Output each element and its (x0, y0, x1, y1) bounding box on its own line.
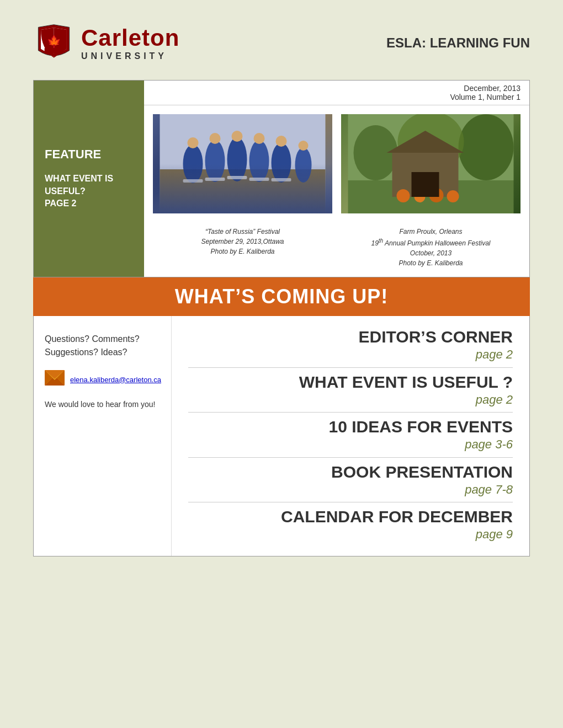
svg-point-10 (249, 140, 269, 182)
toc-title-2: WHAT EVENT IS USEFUL ? (188, 372, 513, 392)
svg-point-13 (276, 136, 287, 147)
page-header: 🍁 Carleton UNIVERSITY ESLA: LEARNING FUN (33, 22, 530, 63)
toc-title-1: EDITOR’S CORNER (188, 327, 513, 347)
toc-item-5: CALENDAR FOR DECEMBER page 9 (188, 507, 513, 543)
svg-point-28 (397, 189, 410, 202)
svg-rect-3 (160, 169, 326, 213)
caption-left: “Taste of Russia” Festival September 29,… (153, 227, 332, 268)
svg-rect-16 (183, 179, 203, 183)
carleton-shield-icon: 🍁 (33, 22, 75, 63)
logo-name: Carleton (81, 25, 179, 51)
svg-rect-20 (272, 178, 291, 181)
feature-label: FEATURE (45, 147, 133, 162)
toc-title-5: CALENDAR FOR DECEMBER (188, 507, 513, 527)
russia-festival-photo (153, 114, 332, 213)
feature-sidebar: FEATURE WHAT EVENT IS USEFUL? PAGE 2 (34, 81, 144, 277)
logo-subtitle: UNIVERSITY (81, 51, 179, 61)
toc-page-1: page 2 (188, 347, 513, 363)
svg-point-24 (459, 114, 514, 180)
love-text: We would love to hear from you! (45, 400, 160, 409)
logo-text: Carleton UNIVERSITY (81, 25, 179, 61)
volume-text: Volume 1, Number 1 (450, 93, 520, 101)
top-content-box: FEATURE WHAT EVENT IS USEFUL? PAGE 2 Dec… (33, 80, 530, 277)
photos-row (144, 105, 529, 222)
right-content: December, 2013 Volume 1, Number 1 (144, 81, 529, 277)
email-link[interactable]: elena.kaliberda@carleton.ca (70, 376, 161, 384)
svg-point-6 (205, 140, 225, 182)
toc-item-1: EDITOR’S CORNER page 2 (188, 327, 513, 363)
svg-rect-17 (205, 178, 225, 181)
svg-point-12 (272, 143, 291, 183)
email-icon (45, 370, 65, 389)
toc-page-5: page 9 (188, 527, 513, 543)
svg-text:🍁: 🍁 (47, 34, 61, 49)
logo-area: 🍁 Carleton UNIVERSITY (33, 22, 179, 63)
contact-area: Questions? Comments? Suggestions? Ideas?… (34, 316, 172, 556)
toc-title-4: BOOK PRESENTATION (188, 462, 513, 482)
toc-page-4: page 7-8 (188, 482, 513, 498)
newsletter-title: ESLA: LEARNING FUN (386, 35, 530, 51)
svg-rect-18 (227, 176, 247, 179)
caption-right-line2: 19th Annual Pumpkin Halloween Festival (371, 239, 490, 247)
bottom-section: Questions? Comments? Suggestions? Ideas?… (33, 316, 530, 556)
contact-questions: Questions? Comments? Suggestions? Ideas? (45, 333, 160, 359)
svg-point-15 (299, 141, 309, 151)
toc-item-2: WHAT EVENT IS USEFUL ? page 2 (188, 372, 513, 408)
toc-page-3: page 3-6 (188, 437, 513, 453)
svg-point-4 (183, 144, 203, 183)
toc-divider-3 (188, 457, 513, 458)
caption-right: Farm Proulx, Orleans 19th Annual Pumpkin… (341, 227, 520, 268)
orange-banner-text: WHAT’S COMING UP! (175, 285, 388, 308)
toc-item-4: BOOK PRESENTATION page 7-8 (188, 462, 513, 498)
svg-point-8 (227, 137, 247, 181)
orange-banner: WHAT’S COMING UP! (33, 277, 530, 316)
svg-point-5 (188, 137, 199, 148)
toc-divider-2 (188, 412, 513, 413)
farm-photo (341, 114, 520, 213)
toc-divider-1 (188, 367, 513, 368)
captions-row: “Taste of Russia” Festival September 29,… (144, 222, 529, 277)
email-row[interactable]: elena.kaliberda@carleton.ca (45, 370, 160, 389)
svg-rect-2 (160, 114, 326, 213)
feature-subtitle: WHAT EVENT IS USEFUL? PAGE 2 (45, 173, 133, 210)
date-bar: December, 2013 Volume 1, Number 1 (144, 81, 529, 105)
svg-rect-1 (45, 48, 63, 53)
svg-point-9 (232, 131, 243, 142)
toc-title-3: 10 IDEAS FOR EVENTS (188, 417, 513, 437)
toc-item-3: 10 IDEAS FOR EVENTS page 3-6 (188, 417, 513, 453)
svg-point-31 (447, 190, 459, 202)
date-text: December, 2013 (464, 84, 520, 93)
svg-point-14 (295, 147, 312, 183)
toc-area: EDITOR’S CORNER page 2 WHAT EVENT IS USE… (172, 316, 529, 556)
svg-point-7 (210, 133, 221, 144)
toc-page-2: page 2 (188, 392, 513, 408)
svg-rect-19 (249, 178, 269, 181)
svg-rect-32 (412, 172, 439, 197)
svg-point-11 (254, 133, 265, 144)
toc-divider-4 (188, 502, 513, 502)
